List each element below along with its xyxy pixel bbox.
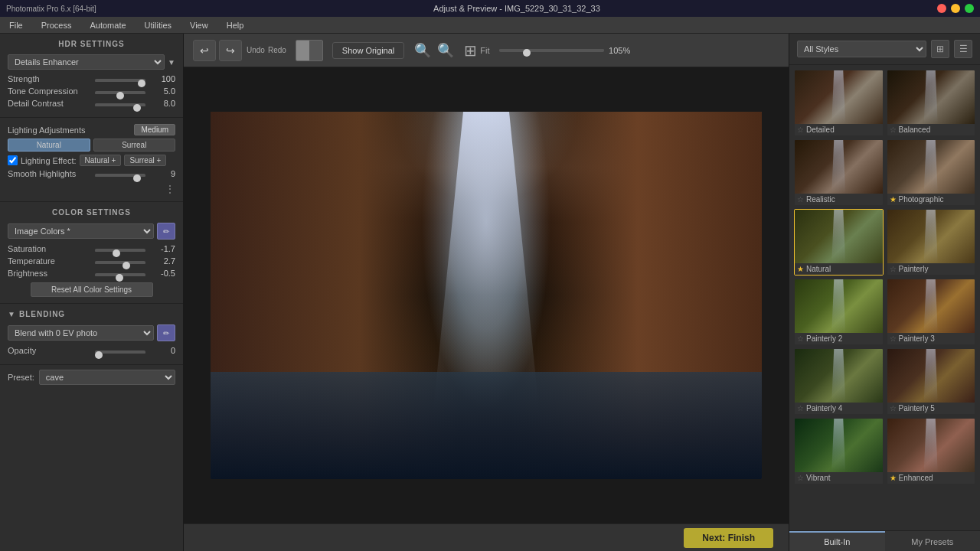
- style-item-balanced[interactable]: ☆Balanced: [887, 70, 976, 136]
- brightness-row: Brightness -0.5: [8, 269, 175, 278]
- menu-help[interactable]: Help: [224, 19, 247, 31]
- style-star-6[interactable]: ☆: [797, 334, 804, 343]
- all-styles-select[interactable]: All Styles: [797, 41, 926, 57]
- app-name: Photomatix Pro 6.x [64-bit]: [6, 5, 96, 13]
- style-item-painterly-3[interactable]: ☆Painterly 3: [887, 279, 976, 345]
- style-star-4[interactable]: ★: [797, 265, 804, 273]
- minimize-btn[interactable]: [951, 4, 960, 13]
- style-star-10[interactable]: ☆: [797, 474, 804, 482]
- my-presets-tab[interactable]: My Presets: [885, 531, 981, 551]
- tone-compression-slider[interactable]: [95, 91, 145, 94]
- tone-compression-value: 5.0: [149, 86, 175, 96]
- next-finish-btn[interactable]: Next: Finish: [684, 528, 773, 548]
- image-colors-row: Image Colors * ✏: [8, 223, 175, 240]
- main-layout: HDR SETTINGS Details Enhancer ▼ Strength…: [0, 34, 980, 551]
- style-item-painterly-2[interactable]: ☆Painterly 2: [794, 279, 884, 345]
- blend-picker-btn[interactable]: ✏: [157, 324, 175, 341]
- natural-plus-btn[interactable]: Natural +: [80, 155, 122, 166]
- blend-select[interactable]: Blend with 0 EV photo: [8, 325, 154, 341]
- style-thumb-5: [887, 210, 975, 263]
- style-item-photographic[interactable]: ★Photographic: [887, 139, 976, 206]
- fit-icon[interactable]: ⊞: [464, 41, 477, 60]
- split-view-btn[interactable]: [296, 40, 323, 61]
- blending-collapse-icon[interactable]: ▼: [8, 310, 16, 318]
- zoom-slider-group: 105%: [499, 46, 633, 55]
- style-label-row-5: ☆Painterly: [887, 263, 975, 275]
- built-in-tab[interactable]: Built-In: [789, 531, 885, 551]
- section-collapse-btn[interactable]: ⋮: [165, 183, 175, 195]
- lighting-effect-label: Lighting Effect:: [21, 156, 77, 165]
- style-star-11[interactable]: ★: [890, 474, 897, 482]
- cave-water: [211, 372, 762, 479]
- detail-contrast-value: 8.0: [149, 99, 175, 108]
- hdr-settings-header: HDR SETTINGS: [8, 40, 175, 48]
- saturation-slider-container: [95, 244, 145, 253]
- style-star-3[interactable]: ★: [890, 195, 897, 204]
- style-item-enhanced[interactable]: ★Enhanced: [887, 418, 976, 484]
- zoom-out-btn[interactable]: 🔍: [436, 41, 455, 60]
- color-picker-btn[interactable]: ✏: [157, 223, 175, 240]
- detail-contrast-slider[interactable]: [95, 103, 145, 106]
- style-name-1: Balanced: [899, 126, 931, 134]
- opacity-slider[interactable]: [95, 350, 145, 354]
- surreal-plus-btn[interactable]: Surreal +: [124, 155, 166, 166]
- surreal-btn[interactable]: Surreal: [93, 139, 176, 152]
- temperature-slider[interactable]: [95, 261, 145, 264]
- lighting-label: Lighting Adjustments: [8, 126, 129, 135]
- zoom-slider[interactable]: [499, 49, 605, 52]
- menu-view[interactable]: View: [187, 19, 211, 31]
- natural-btn[interactable]: Natural: [8, 139, 90, 152]
- list-view-btn[interactable]: ☰: [954, 40, 972, 58]
- style-name-6: Painterly 2: [806, 334, 842, 343]
- style-item-natural[interactable]: ★Natural: [794, 209, 884, 276]
- style-star-9[interactable]: ☆: [890, 404, 897, 412]
- redo-btn[interactable]: ↪: [219, 40, 242, 61]
- style-item-painterly-5[interactable]: ☆Painterly 5: [887, 348, 976, 415]
- preset-select[interactable]: cave: [39, 370, 175, 385]
- lighting-effect-checkbox[interactable]: [8, 155, 18, 165]
- smooth-highlights-slider-container: [95, 169, 145, 178]
- saturation-slider[interactable]: [95, 249, 145, 252]
- dropdown-arrow[interactable]: ▼: [168, 58, 175, 67]
- style-thumb-9: [887, 349, 975, 403]
- reset-color-btn[interactable]: Reset All Color Settings: [31, 282, 153, 297]
- menu-automate[interactable]: Automate: [87, 19, 129, 31]
- style-star-1[interactable]: ☆: [890, 126, 897, 134]
- style-star-0[interactable]: ☆: [797, 126, 804, 134]
- zoom-controls: 🔍 🔍: [413, 41, 455, 60]
- style-item-realistic[interactable]: ☆Realistic: [794, 139, 884, 206]
- style-star-2[interactable]: ☆: [797, 195, 804, 204]
- strength-slider[interactable]: [95, 79, 145, 82]
- undo-btn[interactable]: ↩: [193, 40, 216, 61]
- close-btn[interactable]: [937, 4, 946, 13]
- lighting-medium-btn[interactable]: Medium: [134, 124, 175, 135]
- brightness-slider[interactable]: [95, 273, 145, 276]
- style-name-8: Painterly 4: [806, 404, 842, 412]
- smooth-highlights-slider[interactable]: [95, 174, 145, 177]
- style-item-detailed[interactable]: ☆Detailed: [794, 70, 884, 136]
- brightness-slider-container: [95, 269, 145, 278]
- hdr-preset-select[interactable]: Details Enhancer: [8, 54, 165, 70]
- blending-section: ▼ BLENDING Blend with 0 EV photo ✏ Opaci…: [0, 304, 183, 364]
- style-star-5[interactable]: ☆: [890, 265, 897, 273]
- style-star-7[interactable]: ☆: [890, 334, 897, 343]
- style-item-painterly[interactable]: ☆Painterly: [887, 209, 976, 276]
- grid-view-btn[interactable]: ⊞: [931, 40, 949, 58]
- opacity-row: Opacity 0: [8, 346, 175, 355]
- menu-utilities[interactable]: Utilities: [142, 19, 175, 31]
- menu-file[interactable]: File: [6, 19, 26, 31]
- style-label-row-11: ★Enhanced: [887, 472, 975, 484]
- style-item-vibrant[interactable]: ☆Vibrant: [794, 418, 884, 484]
- image-colors-select[interactable]: Image Colors *: [8, 223, 154, 239]
- tone-compression-slider-container: [95, 86, 145, 96]
- maximize-btn[interactable]: [965, 4, 974, 13]
- style-star-8[interactable]: ☆: [797, 404, 804, 412]
- saturation-value: -1.7: [149, 244, 175, 253]
- window-controls[interactable]: [937, 4, 974, 13]
- tone-compression-label: Tone Compression: [8, 86, 92, 96]
- menu-process[interactable]: Process: [38, 19, 75, 31]
- show-original-btn[interactable]: Show Original: [332, 42, 404, 59]
- opacity-label: Opacity: [8, 346, 92, 355]
- zoom-in-btn[interactable]: 🔍: [413, 41, 432, 60]
- style-item-painterly-4[interactable]: ☆Painterly 4: [794, 348, 884, 415]
